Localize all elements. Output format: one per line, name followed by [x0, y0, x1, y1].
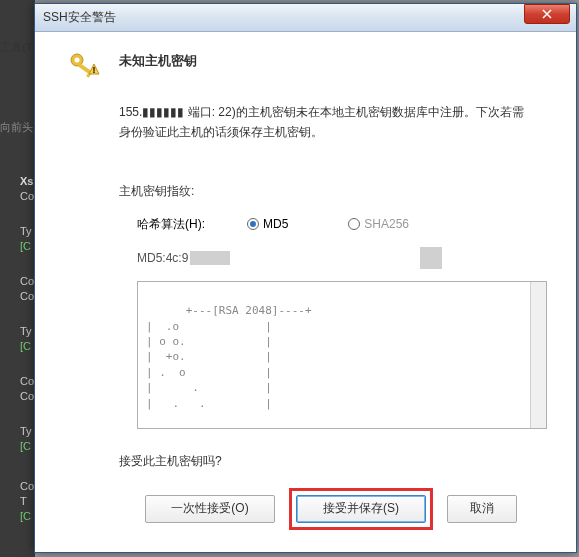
- highlight-box: 接受并保存(S): [289, 488, 433, 530]
- bg-prefix: 向前头: [0, 120, 33, 135]
- titlebar[interactable]: SSH安全警告: [35, 4, 576, 32]
- bg-ty1: Ty: [20, 225, 32, 237]
- bg-c1: [C: [20, 240, 31, 252]
- radio-md5-circle: [247, 218, 259, 230]
- confirm-question: 接受此主机密钥吗?: [119, 453, 546, 470]
- fingerprint-section-label: 主机密钥指纹:: [119, 183, 546, 200]
- key-warning-icon: !: [65, 50, 101, 86]
- bg-c3: [C: [20, 440, 31, 452]
- bg-co1: Co: [20, 190, 34, 202]
- bg-tc: T: [20, 495, 27, 507]
- radio-sha256[interactable]: SHA256: [348, 217, 409, 231]
- bg-co6: Co: [20, 480, 34, 492]
- radio-md5[interactable]: MD5: [247, 217, 288, 231]
- cancel-button[interactable]: 取消: [447, 495, 517, 523]
- message-line2: 身份验证此主机的话须保存主机密钥。: [119, 122, 546, 142]
- bg-c2: [C: [20, 340, 31, 352]
- bg-toolbar: 工具(T): [0, 40, 36, 55]
- redacted-fingerprint: [190, 251, 230, 265]
- bg-co5: Co: [20, 390, 34, 402]
- hash-algorithm-label: 哈希算法(H):: [137, 216, 247, 233]
- radio-md5-label: MD5: [263, 217, 288, 231]
- bg-c4: [C: [20, 510, 31, 522]
- ssh-warning-dialog: SSH安全警告 ! 未知主机密钥 155.▮▮▮▮▮▮ 端口: 22): [34, 3, 577, 553]
- accept-once-button[interactable]: 一次性接受(O): [145, 495, 275, 523]
- accept-save-button[interactable]: 接受并保存(S): [296, 495, 426, 523]
- svg-text:!: !: [93, 65, 96, 75]
- randomart-content: +---[RSA 2048]----+ | .o | | o o. | | +o…: [146, 304, 312, 409]
- bg-xs: Xs: [20, 175, 33, 187]
- message-line1: 155.▮▮▮▮▮▮ 端口: 22)的主机密钥未在本地主机密钥数据库中注册。下次…: [119, 102, 546, 122]
- bg-ty2: Ty: [20, 325, 32, 337]
- bg-co3: Co: [20, 290, 34, 302]
- warning-message: 155.▮▮▮▮▮▮ 端口: 22)的主机密钥未在本地主机密钥数据库中注册。下次…: [119, 102, 546, 143]
- dialog-title: SSH安全警告: [43, 9, 524, 26]
- bg-ty3: Ty: [20, 425, 32, 437]
- fingerprint-value: MD5:4c:9: [137, 251, 188, 265]
- close-icon: [542, 9, 552, 19]
- scrollbar[interactable]: [530, 282, 546, 428]
- header-title: 未知主机密钥: [119, 50, 197, 70]
- randomart-box: +---[RSA 2048]----+ | .o | | o o. | | +o…: [137, 281, 547, 429]
- redacted-icon: [420, 247, 442, 269]
- radio-sha256-circle: [348, 218, 360, 230]
- radio-sha256-label: SHA256: [364, 217, 409, 231]
- bg-co2: Co: [20, 275, 34, 287]
- svg-point-1: [75, 58, 80, 63]
- bg-co4: Co: [20, 375, 34, 387]
- close-button[interactable]: [524, 4, 570, 24]
